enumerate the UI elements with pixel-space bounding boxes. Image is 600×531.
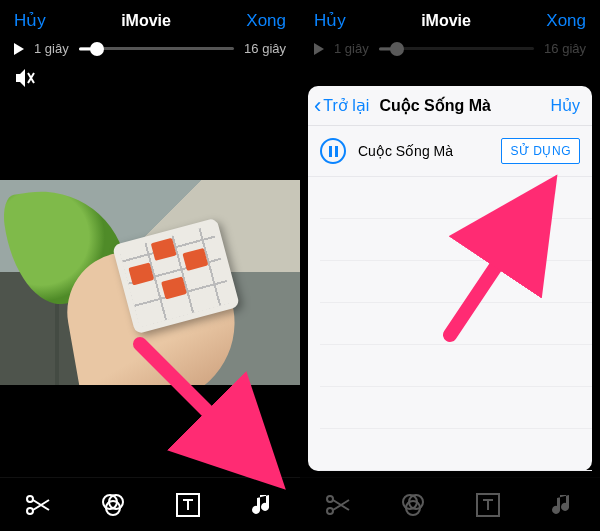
current-time: 1 giây xyxy=(34,41,69,56)
back-label: Trở lại xyxy=(323,96,369,115)
svg-point-6 xyxy=(327,496,333,502)
done-button[interactable]: Xong xyxy=(546,11,586,31)
topbar: Hủy iMovie Xong xyxy=(0,0,300,39)
svg-point-1 xyxy=(27,508,33,514)
mute-icon[interactable] xyxy=(0,68,300,88)
filters-icon[interactable] xyxy=(96,488,130,522)
timeline-bar: 1 giây 16 giây xyxy=(300,39,600,68)
timeline-bar: 1 giây 16 giây xyxy=(0,39,300,68)
video-preview[interactable] xyxy=(0,88,300,477)
play-icon[interactable] xyxy=(14,43,24,55)
play-icon xyxy=(314,43,324,55)
back-button[interactable]: ‹ Trở lại xyxy=(314,96,369,115)
pause-icon[interactable] xyxy=(320,138,346,164)
scissors-icon[interactable] xyxy=(21,488,55,522)
cancel-button[interactable]: Hủy xyxy=(314,10,346,31)
screen-left: Hủy iMovie Xong 1 giây 16 giây xyxy=(0,0,300,531)
sheet-title: Cuộc Sống Mà xyxy=(379,96,550,115)
app-title: iMovie xyxy=(421,12,471,30)
preview-frame xyxy=(0,180,300,385)
use-button[interactable]: SỬ DỤNG xyxy=(501,138,580,164)
toolbar xyxy=(300,477,600,531)
sheet-header: ‹ Trở lại Cuộc Sống Mà Hủy xyxy=(308,86,592,126)
sheet-cancel-button[interactable]: Hủy xyxy=(550,96,580,115)
total-time: 16 giây xyxy=(544,41,586,56)
cancel-button[interactable]: Hủy xyxy=(14,10,46,31)
time-slider[interactable] xyxy=(79,42,234,56)
filters-icon xyxy=(396,488,430,522)
text-icon xyxy=(471,488,505,522)
svg-point-7 xyxy=(327,508,333,514)
music-icon xyxy=(546,488,580,522)
total-time: 16 giây xyxy=(244,41,286,56)
app-title: iMovie xyxy=(121,12,171,30)
svg-point-0 xyxy=(27,496,33,502)
text-icon[interactable] xyxy=(171,488,205,522)
song-row[interactable]: Cuộc Sống Mà SỬ DỤNG xyxy=(308,126,592,177)
empty-rows xyxy=(308,177,592,471)
toolbar xyxy=(0,477,300,531)
screen-right: Hủy iMovie Xong 1 giây 16 giây xyxy=(300,0,600,531)
current-time: 1 giây xyxy=(334,41,369,56)
done-button[interactable]: Xong xyxy=(246,11,286,31)
audio-picker-sheet: ‹ Trở lại Cuộc Sống Mà Hủy Cuộc Sống Mà … xyxy=(308,86,592,471)
scissors-icon xyxy=(321,488,355,522)
song-name: Cuộc Sống Mà xyxy=(358,143,453,159)
music-icon[interactable] xyxy=(246,488,280,522)
time-slider xyxy=(379,42,534,56)
topbar: Hủy iMovie Xong xyxy=(300,0,600,39)
